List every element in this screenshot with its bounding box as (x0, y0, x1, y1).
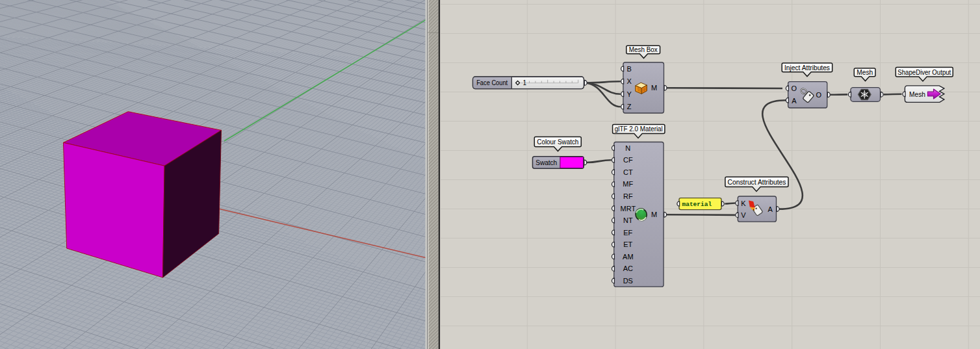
svg-text:CF: CF (623, 156, 633, 164)
svg-text:X: X (627, 77, 632, 85)
svg-text:glTF 2.0 Material: glTF 2.0 Material (615, 125, 663, 133)
svg-text:Mesh: Mesh (857, 69, 873, 76)
svg-text:Construct Attributes: Construct Attributes (728, 179, 786, 186)
svg-text:Mesh Box: Mesh Box (629, 46, 658, 53)
svg-text:RF: RF (623, 192, 633, 200)
svg-text:K: K (741, 200, 746, 207)
svg-text:AC: AC (623, 265, 633, 272)
svg-text:MRT: MRT (620, 205, 636, 213)
svg-text:AM: AM (623, 253, 634, 261)
svg-text:MF: MF (623, 180, 633, 188)
svg-text:M: M (651, 211, 657, 218)
svg-text:A: A (792, 97, 797, 105)
svg-text:Swatch: Swatch (535, 159, 557, 166)
svg-text:CT: CT (623, 168, 633, 176)
svg-text:material: material (682, 201, 712, 208)
svg-text:1: 1 (523, 79, 527, 86)
svg-text:M: M (651, 84, 657, 92)
svg-text:EF: EF (623, 229, 632, 237)
svg-text:B: B (627, 65, 632, 73)
svg-text:Face Count: Face Count (476, 79, 508, 86)
svg-text:NT: NT (623, 216, 633, 224)
svg-text:Inject Attributes: Inject Attributes (784, 64, 830, 71)
svg-text:O: O (792, 84, 797, 92)
svg-text:Z: Z (627, 103, 632, 110)
svg-text:Mesh: Mesh (909, 90, 925, 98)
svg-text:V: V (741, 211, 746, 219)
svg-text:Y: Y (627, 90, 632, 98)
svg-text:O: O (816, 91, 822, 99)
svg-text:A: A (768, 205, 773, 213)
svg-text:Colour Swatch: Colour Swatch (537, 138, 578, 146)
svg-text:ShapeDiver Output: ShapeDiver Output (897, 69, 951, 76)
svg-text:DS: DS (623, 277, 633, 285)
svg-text:ET: ET (623, 240, 632, 248)
svg-text:N: N (625, 144, 630, 152)
